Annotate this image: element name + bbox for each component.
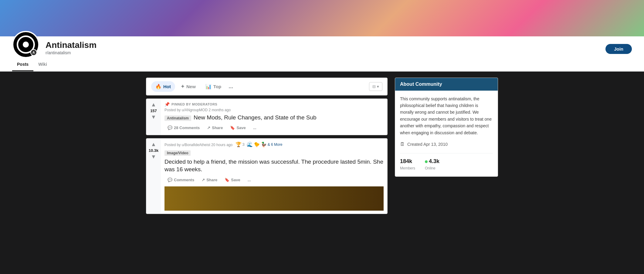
save-button-2[interactable]: 🔖 Save bbox=[222, 176, 243, 184]
created-label: Created Apr 13, 2010 bbox=[407, 141, 448, 148]
members-label: Members bbox=[400, 165, 415, 171]
post-actions-2: 💬 Comments ↗ Share 🔖 Save ... bbox=[164, 176, 384, 184]
more-button-1[interactable]: ... bbox=[250, 124, 259, 132]
flame-icon: 🔥 bbox=[155, 84, 161, 89]
bookmark-icon-1: 🔖 bbox=[230, 125, 235, 130]
vote-count-2: 10.3k bbox=[149, 148, 159, 153]
sort-hot-button[interactable]: 🔥 Hot bbox=[151, 81, 175, 92]
about-stats: 184k Members 4.3k Online bbox=[400, 153, 493, 172]
post-title-row-1: Antinatalism New Mods, Rule Changes, and… bbox=[164, 114, 384, 122]
community-url: r/antinatalism bbox=[46, 50, 599, 55]
bar-chart-icon: 📊 bbox=[205, 84, 212, 89]
share-label-2: Share bbox=[206, 178, 217, 182]
post-content-1: 📌 PINNED BY MODERATORS Posted by u/ANgro… bbox=[161, 99, 387, 135]
online-value: 4.3k bbox=[425, 157, 439, 166]
posts-area: 🔥 Hot ✦ New 📊 Top ... ⊟ ▾ ▲ bbox=[146, 78, 388, 217]
post-card-2: ▲ 10.3k ▼ Posted by u/BonafideAtheist 20… bbox=[146, 138, 388, 214]
online-label: Online bbox=[425, 165, 439, 171]
downvote-button-2[interactable]: ▼ bbox=[151, 154, 156, 159]
bookmark-icon-2: 🔖 bbox=[225, 178, 229, 182]
community-info: Antinatalism r/antinatalism bbox=[46, 40, 599, 58]
sort-top-label: Top bbox=[213, 84, 221, 89]
main-content: 🔥 Hot ✦ New 📊 Top ... ⊟ ▾ ▲ bbox=[140, 78, 504, 217]
community-banner bbox=[0, 0, 644, 36]
save-label-1: Save bbox=[236, 125, 246, 130]
layout-button[interactable]: ⊟ ▾ bbox=[369, 82, 382, 91]
calendar-icon: 🗓 bbox=[400, 140, 405, 148]
about-created: 🗓 Created Apr 13, 2010 bbox=[400, 140, 493, 148]
sort-bar: 🔥 Hot ✦ New 📊 Top ... ⊟ ▾ bbox=[146, 78, 388, 95]
ellipsis-icon-2: ... bbox=[248, 178, 251, 182]
members-stat: 184k Members bbox=[400, 157, 415, 172]
pinned-badge: 📌 PINNED BY MODERATORS bbox=[164, 102, 384, 107]
share-icon-2: ↗ bbox=[202, 178, 205, 182]
ellipsis-icon-1: ... bbox=[253, 125, 256, 130]
community-icon: A bbox=[12, 31, 39, 58]
post-meta-2: Posted by u/BonafideAtheist 20 hours ago… bbox=[164, 142, 384, 149]
award-3: 🐤 bbox=[254, 142, 260, 147]
share-button-2[interactable]: ↗ Share bbox=[198, 176, 220, 184]
vote-column-2: ▲ 10.3k ▼ bbox=[146, 139, 161, 213]
vote-count-1: 157 bbox=[150, 109, 157, 113]
join-button[interactable]: Join bbox=[605, 44, 632, 54]
community-name: Antinatalism bbox=[46, 40, 599, 50]
post-flair-2[interactable]: Image/Video bbox=[164, 150, 191, 156]
downvote-button-1[interactable]: ▼ bbox=[151, 114, 156, 120]
comment-icon-1: 💬 bbox=[168, 125, 172, 130]
sort-new-label: New bbox=[186, 84, 196, 89]
comments-label-1: 28 Comments bbox=[174, 125, 200, 130]
sort-more-button[interactable]: ... bbox=[227, 81, 235, 92]
online-stat: 4.3k Online bbox=[425, 157, 439, 172]
award-1: 🏆 bbox=[236, 142, 242, 147]
award-count: 3 bbox=[242, 142, 245, 147]
sidebar: About Community This community supports … bbox=[395, 78, 498, 217]
members-value: 184k bbox=[400, 157, 415, 166]
tab-wiki[interactable]: Wiki bbox=[33, 58, 52, 71]
about-body: This community supports antinatalism, th… bbox=[395, 91, 498, 176]
upvote-button-2[interactable]: ▲ bbox=[151, 142, 156, 147]
more-button-2[interactable]: ... bbox=[245, 176, 254, 184]
share-button-1[interactable]: ↗ Share bbox=[204, 124, 226, 132]
award-2: 🌊 bbox=[247, 142, 253, 147]
post-meta-1: Posted by u/ANgroupMOD 2 months ago bbox=[164, 108, 384, 112]
layout-controls: ⊟ ▾ bbox=[369, 82, 382, 91]
comments-label-2: Comments bbox=[174, 178, 194, 182]
pinned-text: PINNED BY MODERATORS bbox=[171, 102, 217, 106]
save-button-1[interactable]: 🔖 Save bbox=[227, 124, 249, 132]
community-tabs: Posts Wiki bbox=[0, 58, 644, 72]
sort-new-button[interactable]: ✦ New bbox=[176, 81, 200, 92]
post-flair-1[interactable]: Antinatalism bbox=[164, 115, 191, 121]
post-content-2: Posted by u/BonafideAtheist 20 hours ago… bbox=[161, 139, 387, 213]
pin-icon: 📌 bbox=[164, 102, 170, 107]
online-dot bbox=[425, 160, 428, 163]
about-description: This community supports antinatalism, th… bbox=[400, 95, 493, 136]
chevron-down-icon: ▾ bbox=[377, 84, 379, 89]
vote-column-1: ▲ 157 ▼ bbox=[146, 99, 161, 135]
tab-posts[interactable]: Posts bbox=[12, 58, 33, 71]
awards-row: 🏆 3 🌊 🐤 🦆 & 6 More bbox=[236, 142, 283, 147]
save-label-2: Save bbox=[231, 178, 240, 182]
sparkle-icon: ✦ bbox=[181, 84, 185, 89]
community-header: A Antinatalism r/antinatalism Join bbox=[0, 36, 644, 58]
post-title-1[interactable]: New Mods, Rule Changes, and State of the… bbox=[194, 114, 317, 122]
post-title-2[interactable]: Decided to help a friend, the mission wa… bbox=[164, 158, 384, 173]
comments-button-1[interactable]: 💬 28 Comments bbox=[164, 124, 203, 132]
community-icon-letter: A bbox=[30, 49, 37, 56]
post-author-2: Posted by u/BonafideAtheist 20 hours ago bbox=[164, 143, 232, 147]
comments-button-2[interactable]: 💬 Comments bbox=[164, 176, 197, 184]
share-label-1: Share bbox=[212, 125, 223, 130]
sort-top-button[interactable]: 📊 Top bbox=[201, 81, 225, 92]
about-card: About Community This community supports … bbox=[395, 78, 498, 177]
about-header: About Community bbox=[395, 78, 498, 91]
comment-icon-2: 💬 bbox=[168, 178, 172, 182]
post-card-pinned: ▲ 157 ▼ 📌 PINNED BY MODERATORS Posted by… bbox=[146, 99, 388, 135]
post-image-preview bbox=[164, 186, 384, 211]
sort-hot-label: Hot bbox=[163, 84, 171, 89]
layout-icon: ⊟ bbox=[372, 84, 376, 89]
award-4: 🦆 bbox=[261, 142, 267, 147]
post-title-row-2: Image/Video Decided to help a friend, th… bbox=[164, 150, 384, 173]
upvote-button-1[interactable]: ▲ bbox=[151, 102, 156, 107]
award-more: & 6 More bbox=[268, 142, 283, 147]
share-icon-1: ↗ bbox=[207, 125, 210, 130]
post-actions-1: 💬 28 Comments ↗ Share 🔖 Save ... bbox=[164, 124, 384, 132]
